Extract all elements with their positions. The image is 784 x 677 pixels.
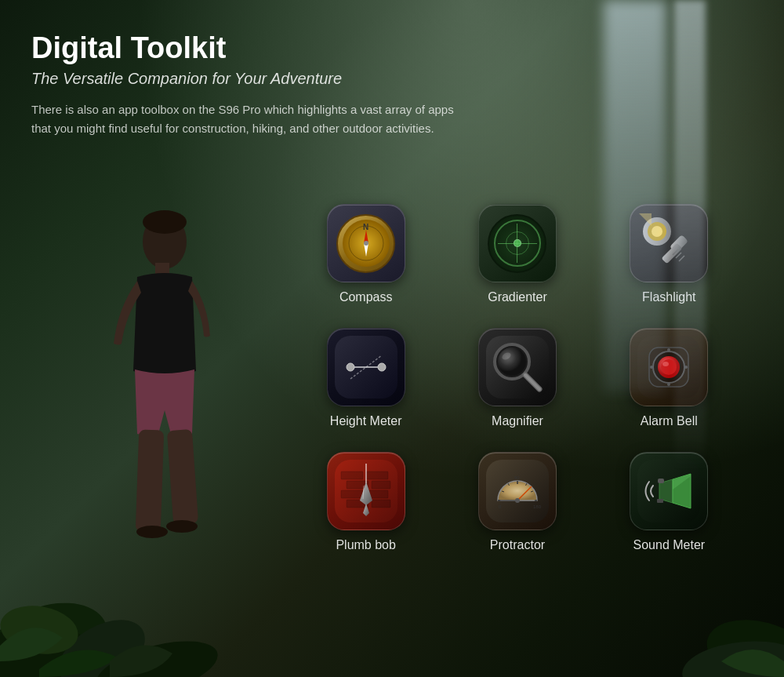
page-title: Digital Toolkit [31, 31, 753, 65]
page-subtitle: The Versatile Companion for Your Adventu… [31, 70, 753, 88]
page-description: There is also an app toolbox on the S96 … [31, 100, 470, 138]
header-section: Digital Toolkit The Versatile Companion … [31, 31, 753, 138]
main-content: Digital Toolkit The Versatile Companion … [0, 0, 784, 677]
